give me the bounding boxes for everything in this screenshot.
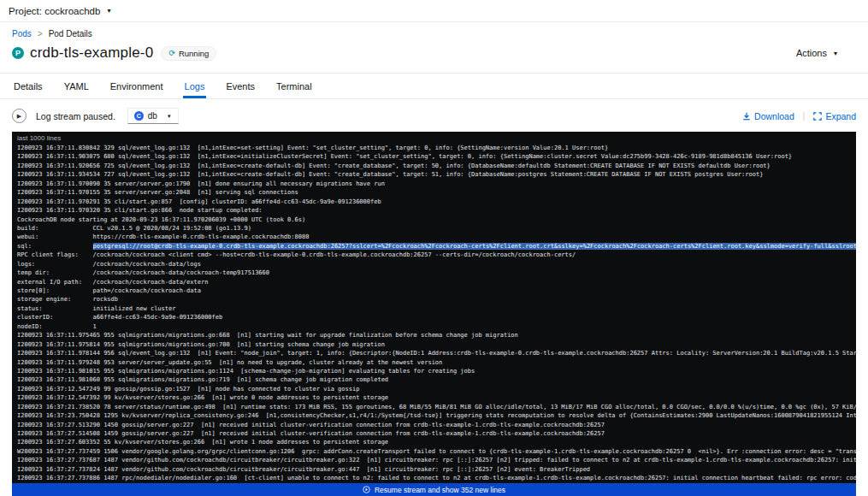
log-line: webui: https://crdb-tls-example-0.crdb-t… [17,233,856,241]
selected-log-text: postgresql://root@crdb-tls-example-0.crd… [93,243,856,250]
log-line: I200923 16:37:27.603352 55 kv/kvserver/s… [17,438,856,446]
play-icon: ▶ [17,113,21,120]
tab-environment[interactable]: Environment [109,74,165,98]
log-line: I200923 16:37:23.750428 1295 kv/kvserver… [17,411,856,420]
log-toolbar: ▶ Log stream paused. C db ▾ Download | E… [0,99,868,132]
resume-stream-label: Resume stream and show 352 new lines [375,486,505,494]
log-line: I200923 16:37:11.975465 955 sqlmigration… [17,331,856,340]
log-line: I200923 16:37:11.970090 35 server/server… [17,180,856,188]
breadcrumb: Pods > Pod Details [12,29,856,38]
log-line: I200923 16:37:21.738520 78 server/status… [17,403,856,411]
sync-icon: ⟳ [168,50,175,57]
log-line: clusterID: a66ffe4d-cc63-45dc-9a9e-09123… [17,313,856,322]
tab-details[interactable]: Details [12,74,44,98]
log-line: store[0]: path=/cockroach/cockroach-data [17,286,856,295]
log-line: sql: postgresql://root@crdb-tls-example-… [17,242,856,251]
log-line: I200923 16:37:12.547392 99 kv/kvserver/s… [17,393,856,402]
download-button[interactable]: Download [742,111,794,121]
chevron-down-icon: ▾ [107,7,110,15]
log-line-count: last 1000 lines [12,132,856,144]
tab-yaml[interactable]: YAML [62,74,91,98]
log-line: I200923 16:37:12.547249 99 gossip/gossip… [17,385,856,393]
page-header: Pods > Pod Details P crdb-tls-example-0 … [0,22,868,74]
project-bar: Project: cockroachdb ▾ [0,0,868,22]
project-selector-label: Project: cockroachdb [9,6,100,16]
play-circle-icon [363,486,370,493]
log-line: build: CCL v20.1.5 @ 2020/08/24 19:52:08… [17,224,856,233]
log-line: I200923 16:37:11.970320 35 cli/start.go:… [17,206,856,215]
breadcrumb-current: Pod Details [49,29,92,38]
tab-bar: Details YAML Environment Logs Events Ter… [0,74,868,99]
chevron-down-icon: ▾ [834,50,837,57]
log-line: I200923 16:37:27.513290 1450 gossip/serv… [17,421,856,429]
log-line: I200923 16:37:11.903075 680 sql/event_lo… [17,152,856,161]
tab-events[interactable]: Events [224,74,257,98]
log-line: I200923 16:37:11.934534 727 sql/event_lo… [17,170,856,179]
log-line: storage engine: rocksdb [17,295,856,304]
page-title: crdb-tls-example-0 [30,44,153,62]
log-line: nodeID: 1 [17,322,856,331]
container-icon-letter: C [137,113,141,119]
container-selector-value: db [148,111,157,121]
toolbar-divider: | [803,111,806,121]
log-line: CockroachDB node starting at 2020-09-23 … [17,216,856,224]
pod-details-page: Project: cockroachdb ▾ Pods > Pod Detail… [0,0,868,496]
status-label: Running [179,49,209,58]
resume-stream-button[interactable]: ▶ [12,109,27,123]
actions-label: Actions [796,48,827,58]
expand-label: Expand [825,111,856,121]
log-line: status: initialized new cluster [17,304,856,313]
resume-stream-bar[interactable]: Resume stream and show 352 new lines [12,483,856,496]
log-line: I200923 16:37:11.970291 35 cli/start.go:… [17,198,856,206]
breadcrumb-pods-link[interactable]: Pods [12,29,32,38]
log-line: W200923 16:37:27.737459 1506 vendor/goog… [17,447,856,456]
chevron-down-icon: ▾ [168,113,171,120]
log-line: RPC client flags: /cockroach/cockroach <… [17,251,856,259]
log-line: I200923 16:37:11.830842 329 sql/event_lo… [17,144,856,152]
download-label: Download [754,111,794,121]
log-line: I200923 16:37:27.737886 1487 rpc/nodedia… [17,474,856,482]
log-line: temp dir: /cockroach/cockroach-data/cock… [17,269,856,277]
actions-dropdown[interactable]: Actions ▾ [796,48,856,58]
log-line: I200923 16:37:27.514508 1459 gossip/serv… [17,429,856,438]
log-line: external I/O path: /cockroach/cockroach-… [17,278,856,286]
tab-logs[interactable]: Logs [183,74,207,98]
pod-icon-letter: P [15,49,21,57]
title-row: P crdb-tls-example-0 ⟳ Running Actions ▾ [12,44,856,62]
log-line: I200923 16:37:11.979248 953 server/serve… [17,358,856,367]
status-badge: ⟳ Running [161,46,216,61]
tab-terminal[interactable]: Terminal [275,74,314,98]
log-viewer[interactable]: last 1000 lines I200923 16:37:11.830842 … [12,132,856,496]
log-line: logs: /cockroach/cockroach-data/logs [17,260,856,269]
log-line: I200923 16:37:11.920656 725 sql/event_lo… [17,162,856,170]
container-icon: C [134,111,144,121]
log-lines: I200923 16:37:11.830842 329 sql/event_lo… [12,144,856,483]
expand-icon [813,112,822,121]
log-line: I200923 16:37:11.981015 955 sqlmigration… [17,367,856,375]
log-line: I200923 16:37:11.978144 956 sql/event_lo… [17,349,856,357]
project-selector[interactable]: Project: cockroachdb ▾ [9,6,110,16]
log-line: I200923 16:37:11.981060 955 sqlmigration… [17,375,856,384]
download-icon [742,112,751,121]
log-line: I200923 16:37:27.737687 1487 vendor/gith… [17,456,856,464]
breadcrumb-separator: > [38,29,43,38]
pod-icon: P [12,47,24,59]
expand-button[interactable]: Expand [813,111,856,121]
stream-status-text: Log stream paused. [36,111,115,121]
log-line: I200923 16:37:11.975814 955 sqlmigration… [17,340,856,349]
log-line: I200923 16:37:11.970155 35 server/server… [17,188,856,197]
container-selector[interactable]: C db ▾ [127,108,180,124]
log-line: I200923 16:37:27.737824 1487 vendor/gith… [17,465,856,474]
